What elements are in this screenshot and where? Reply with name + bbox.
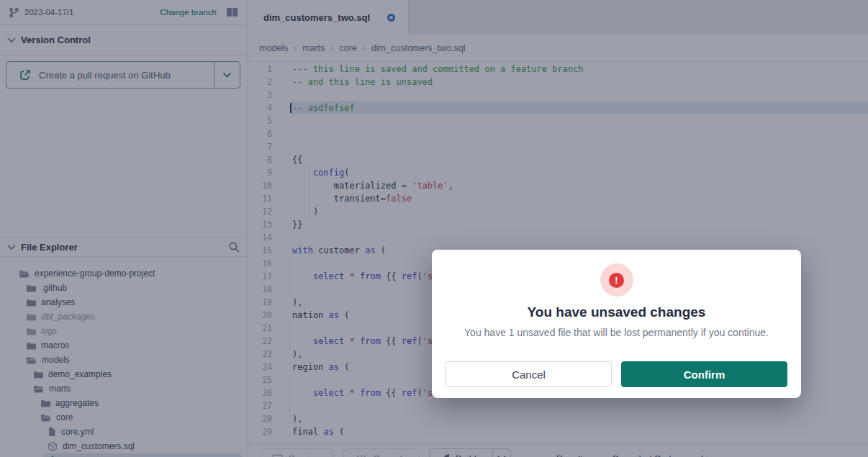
alert-exclamation-icon: ! bbox=[600, 263, 633, 297]
unsaved-changes-modal: ! You have unsaved changes You have 1 un… bbox=[432, 250, 801, 398]
dbt-cloud-ide: 2023-04-17/1 Change branch Version Contr… bbox=[0, 0, 868, 457]
modal-actions: Cancel Confirm bbox=[446, 361, 787, 387]
modal-title: You have unsaved changes bbox=[432, 304, 801, 320]
modal-message: You have 1 unsaved file that will be los… bbox=[432, 327, 801, 338]
confirm-button[interactable]: Confirm bbox=[621, 361, 787, 387]
cancel-button[interactable]: Cancel bbox=[446, 361, 612, 387]
